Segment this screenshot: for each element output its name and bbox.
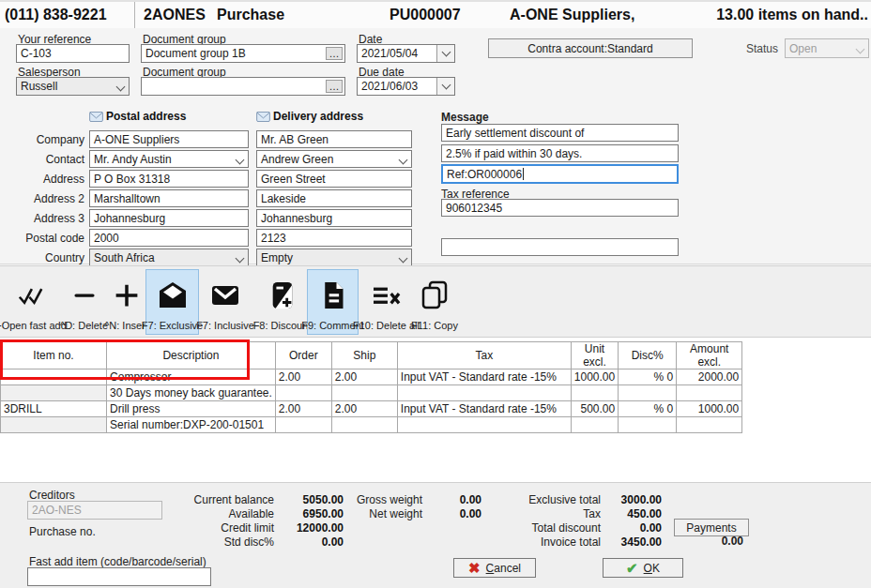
comment-button[interactable]: F9: Comment [307, 269, 359, 335]
grid-cell-tax[interactable] [397, 385, 571, 401]
total-label: Tax [488, 507, 601, 520]
grid-cell-ship[interactable]: 2.00 [331, 401, 397, 417]
line-items-grid-area: Item no. Description Order Ship Tax Unit… [0, 338, 871, 482]
grid-cell-ship[interactable]: 2.00 [331, 369, 397, 385]
message-line2-input[interactable]: 2.5% if paid within 30 days. [441, 144, 679, 162]
grid-cell-unit-excl[interactable] [571, 417, 618, 433]
title-bar: (011) 838-9221 2AONES Purchase PU000007 … [0, 2, 871, 28]
postal-address-input[interactable]: P O Box 31318 [89, 170, 249, 188]
grid-cell-order[interactable] [275, 417, 331, 433]
grid-cell-disc[interactable] [619, 417, 677, 433]
delivery-address2-input[interactable]: Lakeside [256, 189, 412, 207]
grid-cell-disc[interactable] [619, 385, 677, 401]
grid-cell-tax[interactable]: Input VAT - Standard rate -15% [397, 401, 571, 417]
purchase-no-label: Purchase no. [29, 525, 96, 538]
chevron-down-icon[interactable] [236, 253, 245, 263]
grid-cell-description[interactable]: Serial number:DXP-200-01501 [107, 417, 276, 433]
grid-cell-amount-excl[interactable]: 2000.00 [677, 369, 742, 385]
delivery-contact-dropdown[interactable]: Andrew Green [256, 150, 412, 168]
cancel-button[interactable]: ✖ Cancel [453, 558, 536, 578]
fast-add-input[interactable] [27, 567, 211, 586]
col-header-unit-excl[interactable]: Unit excl. [571, 342, 618, 369]
postal-contact-dropdown[interactable]: Mr. Andy Austin [89, 150, 249, 168]
grid-cell-amount-excl[interactable] [677, 385, 742, 401]
tax-reference-input[interactable]: 906012345 [441, 199, 679, 217]
delivery-address3-input[interactable]: Johannesburg [256, 209, 412, 227]
postal-code-input[interactable]: 2000 [89, 229, 249, 247]
totals-panel: Creditors 2AO-NES Purchase no. Fast add … [0, 482, 871, 588]
grid-cell-amount-excl[interactable]: 1000.00 [677, 401, 742, 417]
contra-account-button[interactable]: Contra account:Standard [488, 38, 693, 58]
grid-cell-item[interactable] [1, 417, 107, 433]
grid-cell-order[interactable]: 2.00 [275, 401, 331, 417]
grid-cell-item[interactable]: 3DRILL [1, 401, 107, 417]
grid-cell-order[interactable]: 2.00 [275, 369, 331, 385]
chevron-down-icon[interactable] [116, 83, 126, 92]
delete-all-icon [372, 270, 402, 320]
grid-cell-description[interactable]: Drill press [107, 401, 276, 417]
postal-address2-input[interactable]: Marshalltown [89, 189, 249, 207]
chevron-down-icon[interactable] [236, 155, 245, 164]
col-header-description[interactable]: Description [107, 342, 276, 369]
inclusive-mode-button[interactable]: F7: Inclusive [202, 269, 249, 335]
grid-cell-tax[interactable]: Input VAT - Standard rate -15% [397, 369, 571, 385]
postal-country-dropdown[interactable]: South Africa [89, 249, 249, 266]
your-reference-input[interactable]: C-103 [16, 44, 130, 63]
chevron-down-icon[interactable] [399, 253, 408, 263]
grid-cell-unit-excl[interactable] [571, 385, 618, 401]
table-row: Serial number:DXP-200-01501 [1, 417, 742, 433]
browse-ellipsis-button[interactable]: … [326, 47, 343, 60]
grid-cell-disc[interactable]: % 0 [619, 401, 677, 417]
document-group2-input[interactable]: … [141, 77, 345, 96]
postal-address3-input[interactable]: Johannesburg [89, 209, 249, 227]
grid-cell-unit-excl[interactable]: 1000.00 [571, 369, 618, 385]
message-line1-input[interactable]: Early settlement discount of [441, 124, 679, 142]
message-line3-input[interactable]: Ref:OR000006 [441, 164, 679, 184]
document-group-input[interactable]: Document group 1B … [141, 44, 345, 63]
delete-all-button[interactable]: F10: Delete all [360, 269, 412, 335]
col-header-ship[interactable]: Ship [331, 342, 397, 369]
grid-cell-unit-excl[interactable]: 500.00 [571, 401, 618, 417]
ok-button[interactable]: ✔ OK [603, 558, 683, 578]
col-header-disc[interactable]: Disc% [619, 342, 677, 369]
open-fast-add-button[interactable]: +Open fast add [1, 269, 61, 335]
table-row: 3DRILL Drill press 2.00 2.00 Input VAT -… [1, 401, 742, 417]
grid-cell-disc[interactable]: % 0 [619, 369, 677, 385]
chevron-down-icon[interactable] [399, 155, 408, 164]
grid-cell-description[interactable]: 30 Days money back guarantee. [107, 385, 276, 401]
delivery-address-input[interactable]: Green Street [256, 170, 412, 188]
grid-cell-tax[interactable] [397, 417, 571, 433]
address2-row-label: Address 2 [0, 192, 84, 205]
col-header-order[interactable]: Order [275, 342, 331, 369]
grid-cell-description[interactable]: Compressor [107, 369, 276, 385]
grid-cell-ship[interactable] [331, 417, 397, 433]
weight-label: Gross weight [338, 493, 422, 506]
browse-ellipsis-button[interactable]: … [326, 80, 343, 93]
postal-company-input[interactable]: A-ONE Suppliers [89, 130, 249, 148]
delete-line-button[interactable]: ^D: Delete [63, 269, 105, 335]
grid-cell-item-selected[interactable]: A1-12345 (3COMP) [1, 369, 107, 385]
grid-cell-amount-excl[interactable] [677, 417, 742, 433]
due-date-combobox[interactable]: 2021/06/03 [357, 77, 455, 96]
chevron-down-icon[interactable] [436, 78, 454, 95]
col-header-item-no[interactable]: Item no. [1, 342, 107, 369]
col-header-amount-excl[interactable]: Amount excl. [677, 342, 742, 369]
discount-button[interactable]: F8: Discount [258, 269, 306, 335]
exclusive-mode-button[interactable]: F7: Exclusive [145, 269, 199, 335]
grid-cell-order[interactable] [275, 385, 331, 401]
chevron-down-icon[interactable] [436, 45, 454, 62]
total-label: Invoice total [488, 535, 601, 549]
salesperson-dropdown[interactable]: Russell [16, 77, 130, 96]
balance-value: 6950.00 [274, 507, 344, 520]
envelope-icon [89, 112, 103, 122]
delivery-company-input[interactable]: Mr. AB Green [256, 130, 412, 148]
grid-cell-ship[interactable] [331, 385, 397, 401]
message-extra-input[interactable] [441, 238, 679, 256]
delivery-postal-code-input[interactable]: 2123 [256, 229, 412, 247]
copy-button[interactable]: F11: Copy [414, 269, 455, 335]
col-header-tax[interactable]: Tax [397, 342, 571, 369]
delivery-country-dropdown[interactable]: Empty [256, 249, 412, 266]
date-combobox[interactable]: 2021/05/04 [357, 44, 455, 63]
insert-line-button[interactable]: ^N: Insert [106, 269, 146, 335]
grid-cell-item[interactable] [1, 385, 107, 401]
